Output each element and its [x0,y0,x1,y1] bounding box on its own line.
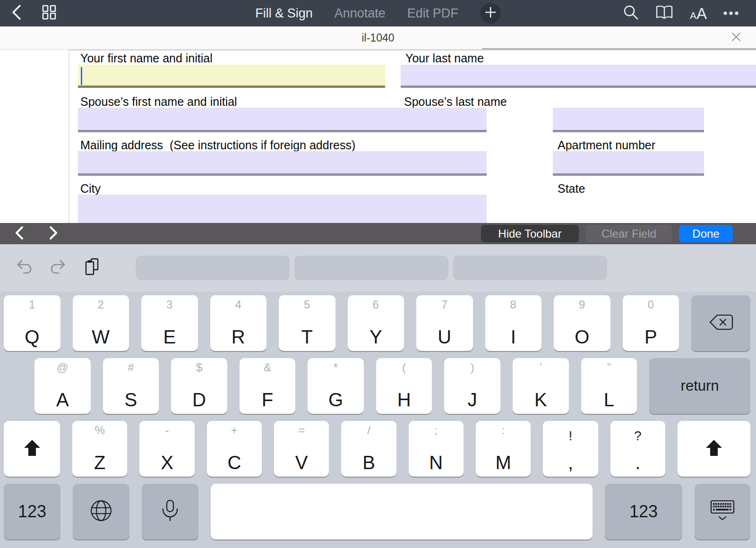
key-primary-label: I [511,327,516,346]
key-secondary-label: 2 [73,299,129,310]
key-secondary-label: 3 [141,299,198,310]
grid-icon [42,5,57,22]
key-f[interactable]: &F [240,358,296,414]
back-button[interactable] [10,4,23,23]
last-name-field[interactable] [401,65,756,88]
key-k[interactable]: ’K [513,358,569,414]
key-globe[interactable] [73,484,129,539]
key-l[interactable]: ”L [581,358,637,414]
key-num-left[interactable]: 123 [4,484,60,539]
key-shift-right[interactable] [678,421,750,477]
suggestion-pill[interactable] [453,256,607,280]
key-w[interactable]: 2W [73,295,129,351]
key-g[interactable]: *G [308,358,364,414]
key-num-right[interactable]: 123 [605,484,682,539]
key-m[interactable]: :M [476,421,531,477]
next-field-button[interactable] [48,226,59,242]
tab-annotate[interactable]: Annotate [335,6,386,21]
key-h[interactable]: (H [376,358,432,414]
key-secondary-label: ” [581,362,637,373]
key-primary-label: F [262,390,273,409]
key-secondary-label: 6 [348,299,404,310]
key-c[interactable]: +C [207,421,262,477]
redo-button[interactable] [50,259,66,276]
previous-field-button[interactable] [14,226,25,242]
mailing-address-field[interactable] [78,151,487,176]
key-s[interactable]: #S [103,358,159,414]
document-tab-bar: il-1040 [0,26,756,50]
hide-toolbar-button[interactable]: Hide Toolbar [481,225,579,242]
key-secondary-label: $ [171,362,227,373]
done-button[interactable]: Done [679,225,733,242]
key-primary-label: H [397,390,411,409]
add-tool-button[interactable] [480,3,501,24]
key-primary-label: P [644,327,657,346]
key-primary-label: S [125,390,137,409]
key-exclam-comma[interactable]: !, [543,421,598,477]
text-settings-button[interactable]: AA [690,6,707,21]
key-secondary-label: 7 [416,299,473,310]
state-label: State [558,182,585,196]
key-primary-label: M [495,453,511,472]
key-x[interactable]: -X [139,421,194,477]
spouse-first-name-field[interactable] [78,108,487,132]
key-o[interactable]: 9O [554,295,610,351]
more-button[interactable] [723,9,739,17]
key-a[interactable]: @A [34,358,91,414]
key-secondary-label: ; [409,425,464,436]
undo-button[interactable] [16,259,32,276]
key-secondary-label: ! [543,429,598,443]
outline-button[interactable] [655,5,674,22]
key-mic[interactable] [142,484,198,539]
key-t[interactable]: 5T [279,295,335,351]
key-primary-label: J [468,390,477,409]
key-question-period[interactable]: ?. [610,421,665,477]
key-e[interactable]: 3E [141,295,198,351]
close-tab-button[interactable] [730,31,742,44]
key-primary-label: O [575,327,589,346]
key-p[interactable]: 0P [623,295,679,351]
key-j[interactable]: )J [444,358,500,414]
key-r[interactable]: 4R [210,295,267,351]
key-shift-left[interactable] [4,421,60,477]
key-u[interactable]: 7U [416,295,473,351]
key-primary-label: Y [369,327,382,346]
document-tab-title[interactable]: il-1040 [361,32,394,44]
key-primary-label: W [92,327,110,346]
suggestion-pill[interactable] [294,256,448,280]
key-primary-label: R [232,327,245,346]
key-return[interactable]: return [649,358,750,414]
key-primary-label: G [328,390,343,409]
key-d[interactable]: $D [171,358,227,414]
page-edge-top [69,50,756,51]
clear-field-button[interactable]: Clear Field [586,225,672,242]
paste-button[interactable] [84,257,100,278]
search-button[interactable] [623,4,639,22]
key-secondary-label: ) [444,362,500,373]
redo-icon [50,259,66,276]
form-field-toolbar: Hide Toolbar Clear Field Done [0,223,756,244]
key-y[interactable]: 6Y [348,295,404,351]
tab-edit-pdf[interactable]: Edit PDF [407,6,458,21]
tab-fill-sign[interactable]: Fill & Sign [255,6,313,21]
close-icon [730,31,742,44]
key-v[interactable]: =V [274,421,329,477]
key-z[interactable]: %Z [72,421,127,477]
spouse-first-name-label: Spouse’s first name and initial [80,95,237,109]
key-space[interactable] [211,484,593,539]
key-dismiss[interactable] [695,484,750,539]
key-secondary-label: # [103,362,159,373]
spouse-last-name-field[interactable] [553,108,704,132]
city-field[interactable] [78,195,487,223]
key-backspace[interactable] [691,295,750,351]
first-name-field[interactable] [78,65,385,88]
key-n[interactable]: ;N [409,421,464,477]
apartment-number-field[interactable] [553,151,704,176]
key-q[interactable]: 1Q [4,295,60,351]
text-cursor [81,67,82,85]
key-i[interactable]: 8I [485,295,542,351]
thumbnails-button[interactable] [42,5,57,22]
keyboard: 1Q2W3E4R5T6Y7U8I9O0P@A#S$D&F*G(H)J’K”Lre… [0,291,756,539]
key-b[interactable]: /B [341,421,396,477]
suggestion-pill[interactable] [136,256,290,280]
